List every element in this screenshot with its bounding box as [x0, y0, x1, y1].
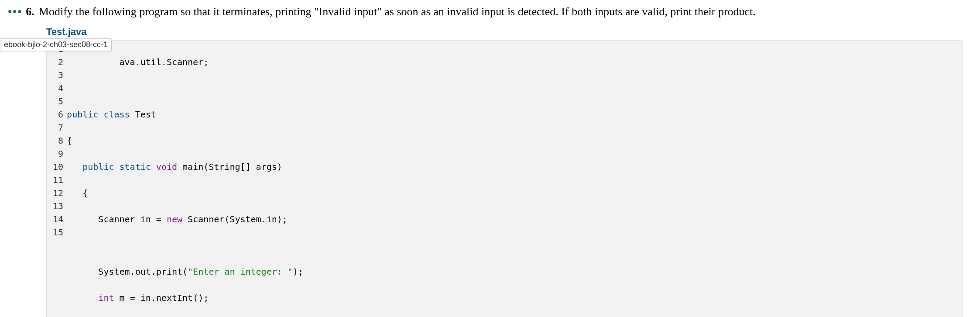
code-text: ava.util.Scanner; [120, 57, 209, 67]
code-line[interactable]: public static void main(String[] args) [67, 160, 962, 173]
line-number: 10 [53, 160, 63, 173]
line-number: 11 [53, 173, 63, 186]
difficulty-dots: ••• [8, 5, 22, 18]
line-number: 6 [53, 108, 63, 121]
line-number: 2 [53, 55, 63, 69]
question-number: 6. [26, 5, 34, 18]
code-text: ); [293, 266, 303, 277]
keyword: static [120, 162, 151, 172]
keyword: new [167, 214, 182, 224]
code-text: Scanner(System.in); [182, 214, 288, 224]
code-line[interactable] [67, 239, 962, 252]
code-text [67, 293, 98, 303]
keyword: class [103, 109, 130, 120]
keyword: public [67, 109, 98, 120]
code-text: { [67, 135, 72, 146]
code-line[interactable]: public class Test [67, 108, 962, 121]
code-text: { [67, 188, 88, 198]
line-number-gutter: 1 2 3 4 5 6 7 8 9 10 11 12 13 14 15 [47, 41, 67, 317]
code-line[interactable]: System.out.print("Enter an integer: "); [67, 265, 962, 278]
line-number: 12 [53, 186, 63, 200]
line-number: 4 [53, 82, 63, 95]
code-editor[interactable]: 1 2 3 4 5 6 7 8 9 10 11 12 13 14 15 ava.… [46, 40, 963, 317]
reference-tooltip: ebook-bjlo-2-ch03-sec08-cc-1 [0, 38, 112, 51]
code-line[interactable]: ava.util.Scanner; [67, 55, 962, 69]
line-number: 9 [53, 147, 63, 160]
line-number: 13 [53, 200, 63, 213]
filename-label: Test.java [0, 26, 980, 40]
code-text: System.out.print( [67, 266, 188, 277]
code-line[interactable]: Scanner in = new Scanner(System.in); [67, 213, 962, 226]
class-name: Test [135, 109, 156, 120]
code-line[interactable]: { [67, 134, 962, 147]
string-literal: "Enter an integer: " [188, 266, 293, 277]
code-line[interactable] [67, 82, 962, 95]
code-line[interactable]: int m = in.nextInt(); [67, 291, 962, 304]
line-number: 5 [53, 95, 63, 108]
keyword: int [98, 293, 114, 303]
editor-wrap: ebook-bjlo-2-ch03-sec08-cc-1 1 2 3 4 5 6… [46, 40, 963, 317]
code-line[interactable]: { [67, 186, 962, 200]
code-content[interactable]: ava.util.Scanner; public class Test { pu… [67, 41, 962, 317]
code-text: Scanner in = [67, 214, 167, 224]
question-header: ••• 6. Modify the following program so t… [0, 0, 980, 26]
code-text: m = in.nextInt(); [114, 293, 209, 303]
keyword: public [82, 162, 114, 172]
line-number: 7 [53, 121, 63, 134]
keyword: void [156, 162, 177, 172]
line-number: 3 [53, 69, 63, 82]
line-number: 8 [53, 134, 63, 147]
line-number: 14 [53, 213, 63, 226]
line-number: 15 [53, 226, 63, 239]
question-text: Modify the following program so that it … [39, 5, 756, 18]
code-text: main(String[] args) [182, 162, 282, 172]
